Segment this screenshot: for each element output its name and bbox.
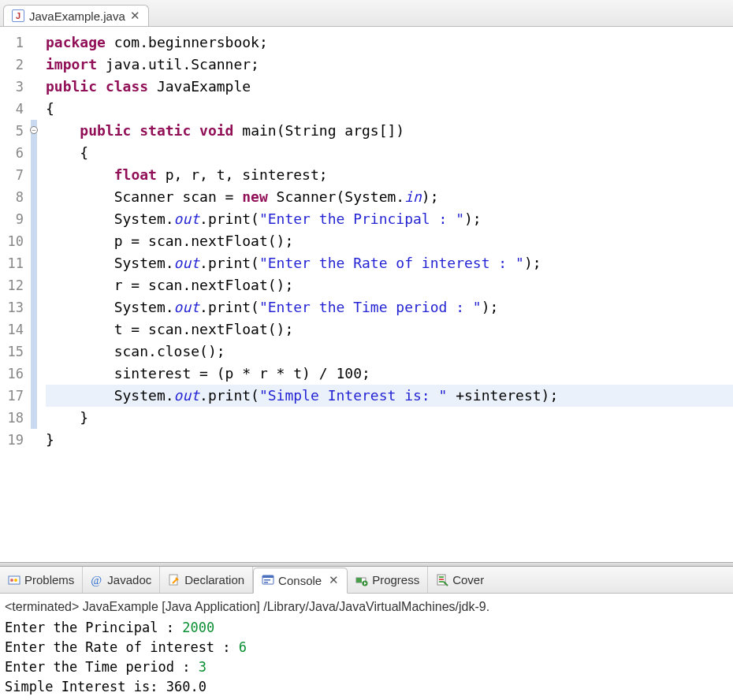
svg-point-1 — [10, 579, 13, 582]
code-area[interactable]: package com.beginnersbook;import java.ut… — [39, 27, 733, 562]
code-line[interactable]: Scanner scan = new Scanner(System.in); — [46, 186, 733, 208]
editor-tab-active[interactable]: J JavaExample.java ✕ — [3, 5, 149, 26]
svg-rect-7 — [264, 582, 268, 583]
code-line[interactable]: import java.util.Scanner; — [46, 54, 733, 76]
tab-label: Declaration — [184, 573, 244, 586]
tab-label: Problems — [24, 573, 74, 586]
editor-tab-bar: J JavaExample.java ✕ — [0, 0, 733, 27]
problems-icon — [8, 574, 20, 586]
java-file-icon: J — [12, 9, 24, 22]
code-line[interactable]: { — [46, 142, 733, 164]
code-line[interactable]: t = scan.nextFloat(); — [46, 318, 733, 341]
console-launch-header: <terminated> JavaExample [Java Applicati… — [5, 597, 728, 618]
code-line[interactable]: package com.beginnersbook; — [46, 32, 733, 54]
svg-rect-5 — [262, 575, 273, 578]
editor-tab-label: JavaExample.java — [29, 9, 125, 23]
tab-progress[interactable]: Progress — [348, 567, 428, 593]
svg-point-2 — [14, 579, 17, 582]
view-tab-bar: Problems @ Javadoc Declaration Console ✕… — [0, 567, 733, 594]
fold-toggle-icon[interactable]: − — [30, 126, 38, 134]
tab-declaration[interactable]: Declaration — [160, 567, 253, 593]
svg-rect-14 — [439, 581, 444, 583]
svg-rect-9 — [356, 578, 362, 583]
svg-rect-13 — [439, 579, 444, 580]
tab-label: Cover — [452, 573, 484, 586]
console-output: Enter the Principal : 2000Enter the Rate… — [5, 618, 728, 697]
svg-rect-12 — [439, 576, 444, 578]
code-line[interactable]: System.out.print("Enter the Rate of inte… — [46, 252, 733, 274]
tab-label: Progress — [372, 573, 419, 586]
code-line[interactable]: { — [46, 98, 733, 120]
code-line[interactable]: System.out.print("Enter the Time period … — [46, 296, 733, 318]
code-line[interactable]: sinterest = (p * r * t) / 100; — [46, 363, 733, 385]
code-line[interactable]: scan.close(); — [46, 341, 733, 363]
console-line: Enter the Principal : 2000 — [5, 618, 728, 638]
progress-icon — [355, 574, 368, 586]
tab-coverage[interactable]: Cover — [428, 567, 492, 593]
tab-console[interactable]: Console ✕ — [253, 568, 348, 594]
close-icon[interactable]: ✕ — [329, 573, 339, 587]
close-icon[interactable]: ✕ — [130, 9, 140, 23]
coverage-icon — [436, 574, 448, 586]
line-number-gutter: 12345678910111213141516171819 — [0, 27, 28, 562]
console-view[interactable]: <terminated> JavaExample [Java Applicati… — [0, 594, 733, 700]
code-line[interactable]: r = scan.nextFloat(); — [46, 274, 733, 296]
code-line[interactable]: System.out.print("Enter the Principal : … — [46, 208, 733, 230]
code-line[interactable]: float p, r, t, sinterest; — [46, 164, 733, 186]
console-line: Simple Interest is: 360.0 — [5, 677, 728, 697]
code-line[interactable]: } — [46, 407, 733, 429]
tab-problems[interactable]: Problems — [0, 567, 83, 593]
javadoc-icon: @ — [91, 574, 103, 586]
code-line[interactable]: public static void main(String args[]) — [46, 120, 733, 142]
console-line: Enter the Rate of interest : 6 — [5, 638, 728, 657]
code-line[interactable]: p = scan.nextFloat(); — [46, 230, 733, 252]
tab-javadoc[interactable]: @ Javadoc — [83, 567, 160, 593]
declaration-icon — [168, 574, 180, 586]
tab-label: Javadoc — [107, 573, 151, 586]
folding-strip[interactable]: − — [28, 27, 39, 562]
svg-rect-6 — [264, 579, 270, 581]
code-line[interactable]: public class JavaExample — [46, 76, 733, 98]
console-icon — [262, 574, 274, 586]
code-line[interactable]: System.out.print("Simple Interest is: " … — [46, 385, 733, 407]
code-editor[interactable]: 12345678910111213141516171819 − package … — [0, 27, 733, 562]
tab-label: Console — [278, 574, 322, 587]
code-line[interactable]: } — [46, 429, 733, 451]
console-line: Enter the Time period : 3 — [5, 657, 728, 677]
